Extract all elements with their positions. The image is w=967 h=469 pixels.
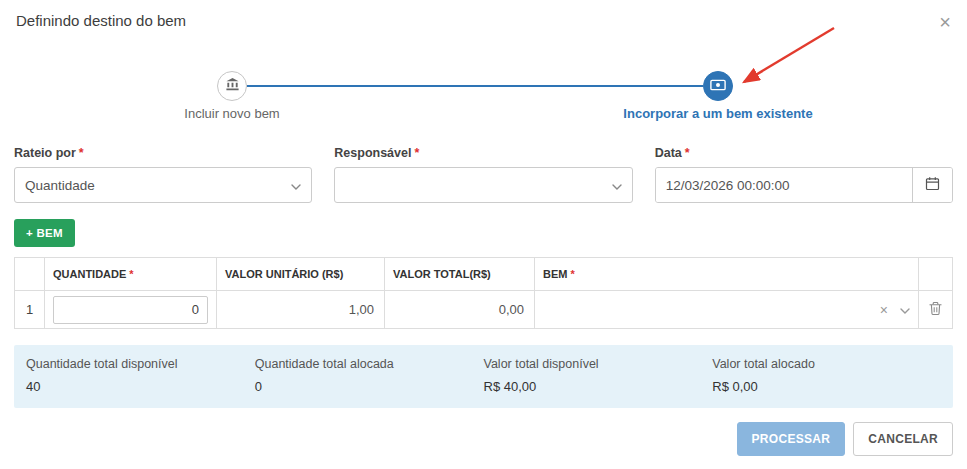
summary-quantidade-alocada: Quantidade total alocada 0 [255, 357, 484, 394]
rateio-por-value: Quantidade [25, 178, 291, 193]
step-incluir-novo-bem[interactable] [217, 71, 247, 101]
trash-icon [929, 304, 942, 319]
valor-total-cell: 0,00 [385, 291, 535, 329]
cancelar-button[interactable]: CANCELAR [853, 422, 953, 456]
modal-header: Definindo destino do bem × [0, 0, 967, 32]
step-incorporar-bem-existente[interactable] [703, 71, 733, 101]
stepper: Incluir novo bem Incorporar a um bem exi… [0, 38, 967, 124]
processar-button[interactable]: PROCESSAR [737, 422, 846, 456]
step-label-incluir-novo-bem[interactable]: Incluir novo bem [184, 106, 279, 121]
close-icon[interactable]: × [937, 12, 953, 32]
actions-cell [919, 291, 953, 329]
chevron-down-icon [612, 178, 622, 193]
summary-panel: Quantidade total disponível 40 Quantidad… [14, 345, 953, 408]
quantidade-cell [45, 291, 217, 329]
required-asterisk: * [414, 146, 419, 160]
quantidade-input[interactable] [53, 296, 208, 324]
table-header-row: QUANTIDADE* VALOR UNITÁRIO (R$) VALOR TO… [15, 258, 953, 291]
form-row: Rateio por* Quantidade Responsável* Data… [0, 146, 967, 203]
field-responsavel: Responsável* [334, 146, 632, 203]
header-valor-total: VALOR TOTAL(R$) [385, 258, 535, 291]
stepper-connector-line [247, 85, 703, 87]
calendar-button[interactable] [912, 168, 952, 202]
calendar-icon [925, 176, 940, 194]
add-bem-button[interactable]: + BEM [14, 219, 75, 247]
valor-unitario-cell: 1,00 [217, 291, 385, 329]
bank-icon [225, 77, 240, 95]
summary-valor-alocado: Valor total alocado R$ 0,00 [712, 357, 941, 394]
clear-icon[interactable]: × [880, 303, 888, 317]
data-label: Data* [655, 146, 953, 160]
rateio-por-select[interactable]: Quantidade [14, 167, 312, 203]
field-rateio-por: Rateio por* Quantidade [14, 146, 312, 203]
header-valor-unitario: VALOR UNITÁRIO (R$) [217, 258, 385, 291]
chevron-down-icon [291, 178, 301, 193]
header-quantidade: QUANTIDADE* [45, 258, 217, 291]
summary-valor-disponivel: Valor total disponível R$ 40,00 [484, 357, 713, 394]
required-asterisk: * [570, 268, 574, 280]
data-input-group [655, 167, 953, 203]
summary-quantidade-disponivel: Quantidade total disponível 40 [26, 357, 255, 394]
bem-select[interactable]: × [543, 296, 910, 324]
modal-title: Definindo destino do bem [16, 12, 186, 29]
responsavel-select[interactable] [334, 167, 632, 203]
responsavel-label: Responsável* [334, 146, 632, 160]
required-asterisk: * [685, 146, 690, 160]
required-asterisk: * [129, 268, 133, 280]
header-index [15, 258, 45, 291]
modal-footer: PROCESSAR CANCELAR [14, 422, 953, 456]
step-label-incorporar-bem-existente[interactable]: Incorporar a um bem existente [623, 106, 812, 121]
rateio-por-label: Rateio por* [14, 146, 312, 160]
field-data: Data* [655, 146, 953, 203]
delete-row-button[interactable] [927, 299, 944, 321]
table-row: 1 1,00 0,00 × [15, 291, 953, 329]
bem-cell: × [535, 291, 919, 329]
row-index: 1 [15, 291, 45, 329]
header-actions [919, 258, 953, 291]
chevron-down-icon[interactable] [900, 302, 910, 317]
banknote-icon [710, 79, 726, 94]
data-input[interactable] [656, 168, 912, 202]
required-asterisk: * [79, 146, 84, 160]
bens-table: QUANTIDADE* VALOR UNITÁRIO (R$) VALOR TO… [14, 257, 953, 329]
header-bem: BEM* [535, 258, 919, 291]
